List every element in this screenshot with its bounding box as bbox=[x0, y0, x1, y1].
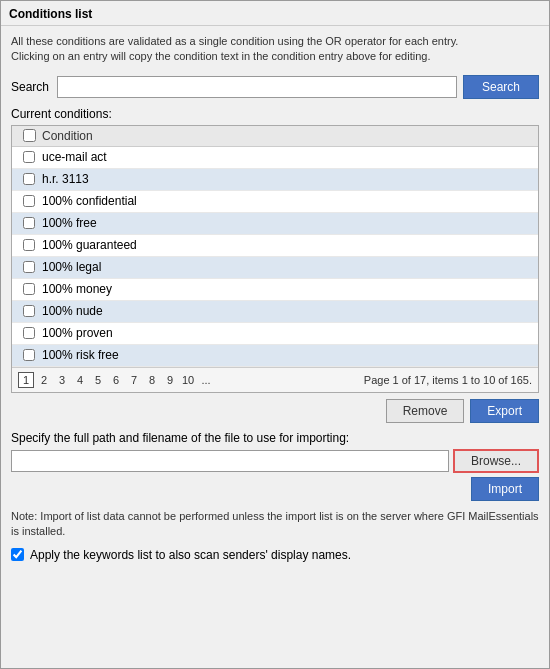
row-checkbox-col bbox=[16, 173, 42, 185]
page-7[interactable]: 7 bbox=[126, 372, 142, 388]
table-row[interactable]: 100% guaranteed bbox=[12, 235, 538, 257]
table-row[interactable]: 100% proven bbox=[12, 323, 538, 345]
row-condition-text: 100% guaranteed bbox=[42, 238, 534, 252]
row-condition-text: 100% legal bbox=[42, 260, 534, 274]
header-condition-label: Condition bbox=[42, 129, 534, 143]
import-path-input[interactable] bbox=[11, 450, 449, 472]
page-10[interactable]: 10 bbox=[180, 372, 196, 388]
import-row: Browse... bbox=[11, 449, 539, 473]
row-checkbox[interactable] bbox=[23, 239, 35, 251]
page-ellipsis[interactable]: ... bbox=[198, 372, 214, 388]
table-header: Condition bbox=[12, 126, 538, 147]
row-condition-text: uce-mail act bbox=[42, 150, 534, 164]
row-condition-text: 100% confidential bbox=[42, 194, 534, 208]
export-button[interactable]: Export bbox=[470, 399, 539, 423]
import-button[interactable]: Import bbox=[471, 477, 539, 501]
table-row[interactable]: h.r. 3113 bbox=[12, 169, 538, 191]
table-row[interactable]: 100% nude bbox=[12, 301, 538, 323]
table-row[interactable]: 100% risk free bbox=[12, 345, 538, 367]
search-button[interactable]: Search bbox=[463, 75, 539, 99]
row-checkbox[interactable] bbox=[23, 283, 35, 295]
row-checkbox[interactable] bbox=[23, 261, 35, 273]
title-text: Conditions list bbox=[9, 7, 92, 21]
row-checkbox-col bbox=[16, 261, 42, 273]
search-label: Search bbox=[11, 80, 51, 94]
current-conditions-label: Current conditions: bbox=[11, 107, 539, 121]
row-checkbox[interactable] bbox=[23, 217, 35, 229]
table-row[interactable]: 100% free bbox=[12, 213, 538, 235]
search-row: Search Search bbox=[11, 75, 539, 99]
page-9[interactable]: 9 bbox=[162, 372, 178, 388]
table-row[interactable]: uce-mail act bbox=[12, 147, 538, 169]
table-row[interactable]: 100% legal bbox=[12, 257, 538, 279]
row-condition-text: 100% money bbox=[42, 282, 534, 296]
header-checkbox-col bbox=[16, 129, 42, 142]
conditions-table: Condition uce-mail act h.r. 3113 100% co… bbox=[11, 125, 539, 393]
row-condition-text: 100% proven bbox=[42, 326, 534, 340]
row-condition-text: 100% risk free bbox=[42, 348, 534, 362]
row-checkbox-col bbox=[16, 349, 42, 361]
page-numbers: 1 2 3 4 5 6 7 8 9 10 ... bbox=[18, 372, 214, 388]
page-3[interactable]: 3 bbox=[54, 372, 70, 388]
row-checkbox-col bbox=[16, 195, 42, 207]
page-1[interactable]: 1 bbox=[18, 372, 34, 388]
header-checkbox[interactable] bbox=[23, 129, 36, 142]
page-5[interactable]: 5 bbox=[90, 372, 106, 388]
search-input[interactable] bbox=[57, 76, 457, 98]
import-section: Specify the full path and filename of th… bbox=[11, 431, 539, 501]
import-action-row: Import bbox=[11, 477, 539, 501]
row-checkbox[interactable] bbox=[23, 305, 35, 317]
row-checkbox-col bbox=[16, 305, 42, 317]
apply-keywords-label: Apply the keywords list to also scan sen… bbox=[30, 548, 351, 562]
page-6[interactable]: 6 bbox=[108, 372, 124, 388]
page-2[interactable]: 2 bbox=[36, 372, 52, 388]
conditions-list-window: Conditions list All these conditions are… bbox=[0, 0, 550, 669]
row-checkbox[interactable] bbox=[23, 151, 35, 163]
import-label: Specify the full path and filename of th… bbox=[11, 431, 539, 445]
row-condition-text: 100% free bbox=[42, 216, 534, 230]
row-condition-text: h.r. 3113 bbox=[42, 172, 534, 186]
row-checkbox-col bbox=[16, 283, 42, 295]
browse-button[interactable]: Browse... bbox=[453, 449, 539, 473]
page-info: Page 1 of 17, items 1 to 10 of 165. bbox=[364, 374, 532, 386]
apply-keywords-row: Apply the keywords list to also scan sen… bbox=[11, 548, 539, 562]
row-checkbox[interactable] bbox=[23, 349, 35, 361]
remove-button[interactable]: Remove bbox=[386, 399, 465, 423]
row-checkbox[interactable] bbox=[23, 327, 35, 339]
row-checkbox[interactable] bbox=[23, 195, 35, 207]
row-checkbox[interactable] bbox=[23, 173, 35, 185]
table-row[interactable]: 100% confidential bbox=[12, 191, 538, 213]
pagination-row: 1 2 3 4 5 6 7 8 9 10 ... Page 1 of 17, i… bbox=[12, 367, 538, 392]
window-title: Conditions list bbox=[1, 1, 549, 26]
row-checkbox-col bbox=[16, 327, 42, 339]
row-checkbox-col bbox=[16, 217, 42, 229]
description-text: All these conditions are validated as a … bbox=[11, 34, 539, 65]
row-checkbox-col bbox=[16, 239, 42, 251]
page-8[interactable]: 8 bbox=[144, 372, 160, 388]
table-row[interactable]: 100% money bbox=[12, 279, 538, 301]
action-buttons: Remove Export bbox=[11, 399, 539, 423]
row-checkbox-col bbox=[16, 151, 42, 163]
row-condition-text: 100% nude bbox=[42, 304, 534, 318]
apply-keywords-checkbox[interactable] bbox=[11, 548, 24, 561]
note-text: Note: Import of list data cannot be perf… bbox=[11, 509, 539, 540]
page-4[interactable]: 4 bbox=[72, 372, 88, 388]
